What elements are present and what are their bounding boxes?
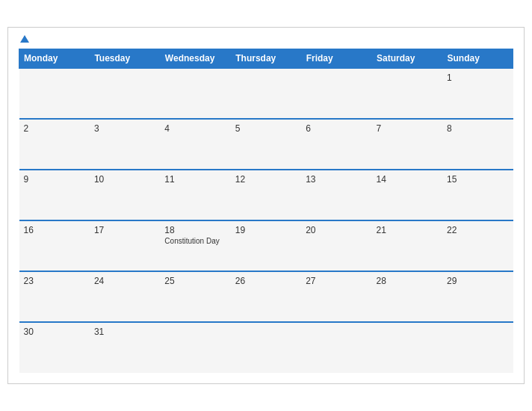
day-number: 18 <box>164 225 226 235</box>
calendar-cell: 17 <box>90 220 160 271</box>
calendar-cell: 25 <box>160 271 230 322</box>
calendar-cell: 19 <box>231 220 301 271</box>
calendar-cell: 13 <box>301 170 371 220</box>
day-number: 4 <box>164 123 226 134</box>
calendar-cell: 4 <box>160 119 230 170</box>
calendar-cell: 30 <box>19 322 90 373</box>
calendar-cell <box>19 68 90 119</box>
calendar-cell: 2 <box>19 119 90 170</box>
calendar-cell: 14 <box>372 170 442 220</box>
day-number: 9 <box>24 174 85 185</box>
day-number: 14 <box>377 174 438 185</box>
calendar-cell <box>372 322 442 373</box>
calendar-cell: 28 <box>372 271 442 322</box>
calendar-week-row: 2345678 <box>19 119 513 170</box>
calendar-cell: 11 <box>160 170 230 220</box>
calendar-cell: 27 <box>301 271 371 322</box>
day-number: 19 <box>235 225 297 235</box>
day-number: 24 <box>94 276 155 286</box>
calendar-header <box>19 35 513 43</box>
day-number: 15 <box>447 174 508 185</box>
day-number: 8 <box>447 123 508 134</box>
holiday-label: Constitution Day <box>164 237 226 245</box>
calendar-wrapper: MondayTuesdayWednesdayThursdayFridaySatu… <box>7 27 525 384</box>
weekday-header-wednesday: Wednesday <box>160 49 230 69</box>
day-number: 10 <box>94 174 155 185</box>
weekday-header-thursday: Thursday <box>231 49 301 69</box>
calendar-cell: 21 <box>372 220 442 271</box>
day-number: 3 <box>94 123 155 134</box>
calendar-cell <box>160 322 230 373</box>
calendar-cell: 3 <box>90 119 160 170</box>
calendar-cell: 22 <box>442 220 513 271</box>
day-number: 7 <box>377 123 438 134</box>
calendar-cell: 31 <box>90 322 160 373</box>
day-number: 20 <box>306 225 367 235</box>
day-number: 11 <box>164 174 226 185</box>
calendar-cell: 10 <box>90 170 160 220</box>
day-number: 13 <box>306 174 367 185</box>
day-number: 25 <box>164 276 226 286</box>
weekday-header-saturday: Saturday <box>372 49 442 69</box>
calendar-week-row: 3031 <box>19 322 513 373</box>
calendar-cell: 9 <box>19 170 90 220</box>
day-number: 27 <box>306 276 367 286</box>
day-number: 28 <box>377 276 438 286</box>
weekday-header-sunday: Sunday <box>442 49 513 69</box>
calendar-cell: 24 <box>90 271 160 322</box>
calendar-cell: 5 <box>231 119 301 170</box>
day-number: 2 <box>24 123 85 134</box>
calendar-cell: 8 <box>442 119 513 170</box>
calendar-cell: 20 <box>301 220 371 271</box>
weekday-header-row: MondayTuesdayWednesdayThursdayFridaySatu… <box>19 49 513 69</box>
calendar-cell <box>90 68 160 119</box>
calendar-cell <box>231 322 301 373</box>
calendar-cell <box>301 68 371 119</box>
day-number: 26 <box>235 276 297 286</box>
calendar-cell <box>442 322 513 373</box>
calendar-cell: 23 <box>19 271 90 322</box>
day-number: 1 <box>447 72 508 83</box>
calendar-cell: 6 <box>301 119 371 170</box>
calendar-cell: 1 <box>442 68 513 119</box>
calendar-grid: MondayTuesdayWednesdayThursdayFridaySatu… <box>19 49 513 373</box>
calendar-cell: 15 <box>442 170 513 220</box>
calendar-week-row: 9101112131415 <box>19 170 513 220</box>
calendar-cell <box>231 68 301 119</box>
weekday-header-friday: Friday <box>301 49 371 69</box>
day-number: 16 <box>24 225 85 235</box>
day-number: 29 <box>447 276 508 286</box>
logo-triangle-icon <box>20 35 29 43</box>
logo <box>19 35 29 43</box>
day-number: 6 <box>306 123 367 134</box>
calendar-cell: 16 <box>19 220 90 271</box>
day-number: 31 <box>94 327 155 337</box>
calendar-cell: 18Constitution Day <box>160 220 230 271</box>
day-number: 5 <box>235 123 297 134</box>
weekday-header-monday: Monday <box>19 49 90 69</box>
day-number: 23 <box>24 276 85 286</box>
weekday-header-tuesday: Tuesday <box>90 49 160 69</box>
calendar-cell <box>160 68 230 119</box>
calendar-week-row: 1 <box>19 68 513 119</box>
calendar-cell: 12 <box>231 170 301 220</box>
day-number: 21 <box>377 225 438 235</box>
calendar-body: 123456789101112131415161718Constitution … <box>19 68 513 373</box>
calendar-week-row: 23242526272829 <box>19 271 513 322</box>
day-number: 30 <box>24 327 85 337</box>
day-number: 12 <box>235 174 297 185</box>
day-number: 17 <box>94 225 155 235</box>
calendar-week-row: 161718Constitution Day19202122 <box>19 220 513 271</box>
calendar-cell: 26 <box>231 271 301 322</box>
calendar-cell <box>372 68 442 119</box>
day-number: 22 <box>447 225 508 235</box>
calendar-cell <box>301 322 371 373</box>
calendar-cell: 29 <box>442 271 513 322</box>
calendar-cell: 7 <box>372 119 442 170</box>
